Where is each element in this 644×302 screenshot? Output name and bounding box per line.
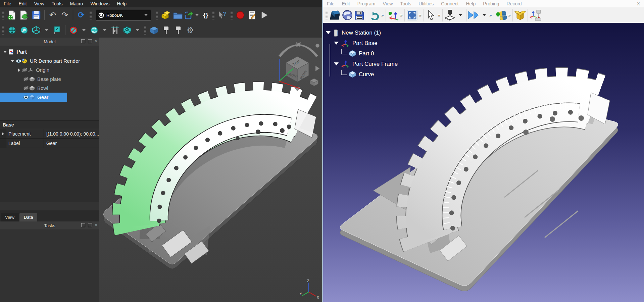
whats-this-button[interactable]: ? (216, 9, 228, 21)
menu-tools[interactable]: Tools (48, 1, 66, 6)
property-row-placement[interactable]: Placement [(1.00 0.00 0.00); 90.00... (0, 129, 99, 139)
export-box-button[interactable] (514, 9, 526, 21)
overflow-chevron-icon[interactable]: » (400, 13, 402, 18)
overflow-chevron-icon[interactable]: » (419, 13, 421, 18)
undo-button[interactable] (368, 9, 381, 21)
run-fast-button[interactable] (468, 9, 480, 21)
menu-file[interactable]: File (323, 1, 338, 6)
tcp-pin2-button[interactable] (172, 24, 184, 36)
expander-closed-icon[interactable] (2, 132, 4, 136)
freecad-3d-viewport[interactable]: TOP FRONT RIGHT Z Y X (99, 38, 322, 302)
robodk-3d-viewport[interactable]: New Station (1) Part Base Part 0 (323, 23, 644, 302)
tree-item-base-plate[interactable]: Base plate (0, 74, 99, 84)
open-station-button[interactable] (329, 9, 341, 21)
settings-button[interactable]: ⚙ (184, 24, 196, 36)
texture-cube-button[interactable] (121, 24, 133, 36)
menu-view[interactable]: View (379, 1, 396, 6)
panel-restore-icon[interactable] (81, 39, 85, 43)
overflow-chevron-icon[interactable]: » (508, 13, 510, 18)
draw-style-button[interactable] (30, 24, 42, 36)
expander-open-icon[interactable] (334, 62, 339, 65)
tree-item-part[interactable]: Part (0, 47, 99, 56)
edit-macro-button[interactable] (246, 9, 258, 21)
isometric-view-button[interactable] (148, 24, 160, 36)
texture-dropdown[interactable] (133, 24, 142, 36)
share-export-button[interactable] (184, 9, 193, 21)
add-reference-frame-button[interactable] (387, 9, 399, 21)
menu-windows[interactable]: Windows (87, 1, 113, 6)
close-window-button[interactable]: X (637, 1, 640, 6)
draw-style-dropdown[interactable] (42, 24, 51, 36)
hidden-eye-icon[interactable] (21, 67, 28, 73)
undo-button[interactable]: ↶ (47, 9, 59, 21)
tree-item-ur-demo[interactable]: UR Demo part Render (0, 56, 99, 65)
toolbar-grip[interactable] (156, 11, 158, 19)
open-file-button[interactable] (18, 9, 30, 21)
overflow-chevron-icon[interactable]: » (381, 13, 384, 18)
measure-button[interactable] (109, 24, 121, 36)
toolbar-grip[interactable] (144, 26, 146, 35)
menu-help[interactable]: Help (462, 1, 479, 6)
menu-connect[interactable]: Connect (437, 1, 462, 6)
visible-eye-icon[interactable] (23, 95, 29, 100)
overflow-chevron-icon[interactable]: » (438, 13, 440, 18)
rotation-dropdown[interactable] (100, 24, 109, 36)
library-globe-button[interactable] (341, 9, 353, 21)
toolbar-grip[interactable] (326, 11, 328, 19)
fit-view-button[interactable] (406, 9, 418, 21)
run-dropdown[interactable] (480, 9, 489, 21)
fit-all-button[interactable] (6, 24, 18, 36)
expander-open-icon[interactable] (326, 31, 331, 34)
folder-button[interactable] (172, 9, 184, 21)
panel-float-icon[interactable] (88, 39, 92, 43)
panel-restore-icon[interactable] (81, 223, 85, 227)
select-cursor-button[interactable] (425, 9, 437, 21)
clipping-button[interactable] (67, 24, 80, 36)
overflow-chevron-icon[interactable]: » (489, 13, 492, 18)
zoom-arrow-button[interactable] (18, 24, 30, 36)
tree-item-bowl[interactable]: Bowl (0, 84, 99, 93)
machining-dropdown[interactable] (456, 9, 465, 21)
menu-view[interactable]: View (31, 1, 48, 6)
probe-frame-button[interactable] (529, 9, 541, 21)
menu-utilities[interactable]: Utilities (415, 1, 437, 6)
toolbar-grip[interactable] (2, 26, 4, 35)
tree-item-part-base[interactable]: Part Base (334, 38, 398, 48)
tree-item-gear-selected[interactable]: Gear (0, 93, 67, 102)
tcp-pin-button[interactable] (160, 24, 172, 36)
panel-close-icon[interactable]: × (95, 40, 97, 43)
menu-macro[interactable]: Macro (66, 1, 87, 6)
tree-item-curve[interactable]: Curve (341, 69, 398, 80)
hidden-eye-icon[interactable] (23, 77, 29, 82)
toolbar-grip[interactable] (2, 11, 4, 19)
hidden-eye-icon[interactable] (23, 86, 29, 91)
expander-open-icon[interactable] (3, 51, 7, 53)
machining-tool-button[interactable] (444, 9, 456, 21)
expander-open-icon[interactable] (11, 60, 14, 62)
robodk-boxes-button[interactable] (160, 9, 172, 21)
tree-item-new-station[interactable]: New Station (1) (326, 28, 398, 38)
rotation-button[interactable] (88, 24, 100, 36)
menu-help[interactable]: Help (113, 1, 130, 6)
menu-probing[interactable]: Probing (479, 1, 503, 6)
tab-view[interactable]: View (1, 213, 19, 221)
property-row-label[interactable]: Label Gear (0, 139, 99, 148)
panel-close-icon[interactable]: × (95, 223, 97, 227)
save-station-button[interactable] (353, 9, 365, 21)
menu-tools[interactable]: Tools (396, 1, 415, 6)
property-value[interactable]: [(1.00 0.00 0.00); 90.00... (44, 129, 99, 138)
refresh-button[interactable]: ⟳ (75, 9, 87, 21)
select-style-button[interactable] (51, 24, 63, 36)
toolbar-grip[interactable] (231, 11, 233, 19)
property-group-base[interactable]: Base (0, 121, 99, 129)
new-file-button[interactable] (6, 9, 18, 21)
tree-item-part-0[interactable]: Part 0 (341, 48, 398, 59)
visible-eye-icon[interactable] (15, 58, 21, 64)
expander-open-icon[interactable] (334, 42, 339, 45)
macro-braces-button[interactable]: {} (201, 9, 210, 21)
navigation-cube[interactable]: TOP FRONT RIGHT (276, 42, 321, 93)
add-python-button[interactable] (495, 9, 507, 21)
tree-item-part-curve-frame[interactable]: Part Curve Frame (334, 59, 398, 69)
toolbar-grip[interactable] (212, 11, 214, 19)
menu-file[interactable]: File (0, 1, 15, 6)
